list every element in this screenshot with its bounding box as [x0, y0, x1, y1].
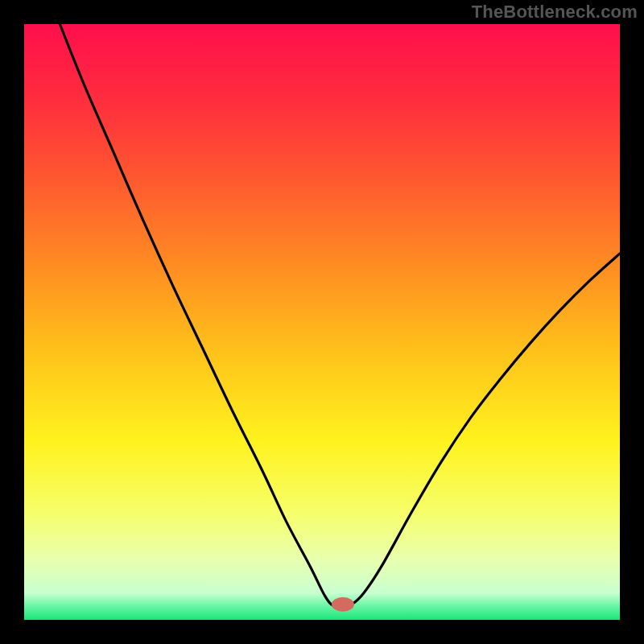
chart-svg — [24, 24, 620, 620]
chart-frame: TheBottleneck.com — [0, 0, 644, 644]
watermark-text: TheBottleneck.com — [472, 2, 638, 23]
optimum-marker — [332, 597, 354, 612]
gradient-background — [24, 24, 620, 620]
plot-area — [24, 24, 620, 620]
